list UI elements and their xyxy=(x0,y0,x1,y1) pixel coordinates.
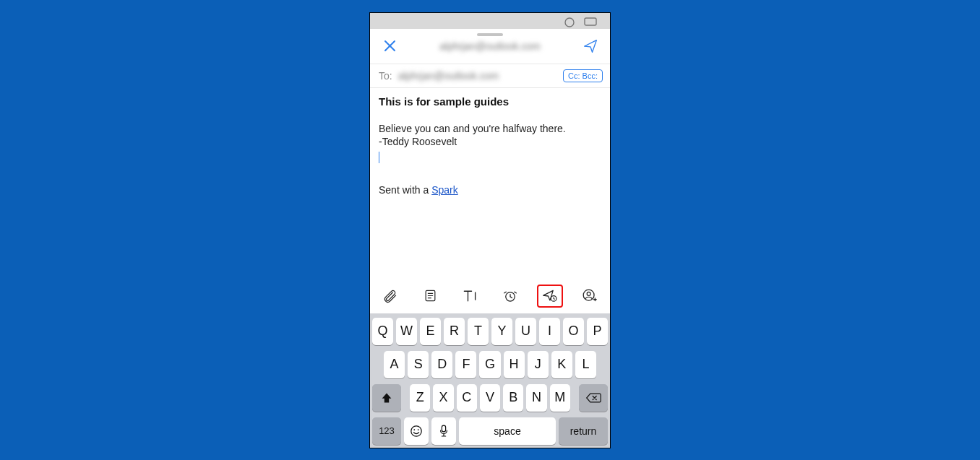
send-later-icon[interactable] xyxy=(537,285,563,308)
key-x[interactable]: X xyxy=(433,384,453,412)
numbers-key[interactable]: 123 xyxy=(372,417,401,445)
phone-frame: alphrjan@outlook.com To: alphrjan@outloo… xyxy=(369,12,611,448)
key-p[interactable]: P xyxy=(587,318,608,345)
key-v[interactable]: V xyxy=(480,384,500,412)
from-account[interactable]: alphrjan@outlook.com xyxy=(439,40,541,52)
attachment-icon[interactable] xyxy=(377,285,403,308)
svg-point-7 xyxy=(411,425,421,435)
key-e[interactable]: E xyxy=(420,318,441,345)
status-bar xyxy=(370,13,610,29)
emoji-key[interactable] xyxy=(404,417,429,445)
svg-point-5 xyxy=(584,290,595,300)
key-m[interactable]: M xyxy=(550,384,570,412)
key-l[interactable]: L xyxy=(575,351,596,378)
to-value[interactable]: alphrjan@outlook.com xyxy=(398,70,499,82)
return-key[interactable]: return xyxy=(559,417,608,445)
to-row[interactable]: To: alphrjan@outlook.com Cc: Bcc: xyxy=(370,64,610,87)
key-r[interactable]: R xyxy=(444,318,465,345)
key-b[interactable]: B xyxy=(503,384,523,412)
text-format-icon[interactable] xyxy=(457,285,483,308)
key-z[interactable]: Z xyxy=(410,384,430,412)
svg-point-8 xyxy=(413,429,415,430)
status-circle-icon xyxy=(564,17,575,28)
key-c[interactable]: C xyxy=(457,384,477,412)
key-f[interactable]: F xyxy=(455,351,476,378)
body-line1: Believe you can and you're halfway there… xyxy=(379,122,601,136)
reminder-icon[interactable] xyxy=(497,285,523,308)
key-j[interactable]: J xyxy=(528,351,549,378)
key-o[interactable]: O xyxy=(563,318,584,345)
close-button[interactable] xyxy=(377,34,402,58)
key-y[interactable]: Y xyxy=(491,318,512,345)
key-n[interactable]: N xyxy=(526,384,546,412)
key-k[interactable]: K xyxy=(551,351,572,378)
svg-rect-10 xyxy=(442,425,445,432)
key-q[interactable]: Q xyxy=(372,318,393,345)
send-button[interactable] xyxy=(578,34,603,58)
svg-rect-1 xyxy=(585,18,596,25)
text-cursor xyxy=(379,152,379,163)
svg-point-0 xyxy=(565,18,574,27)
body-line2: -Teddy Roosevelt xyxy=(379,135,601,149)
subject-field[interactable]: This is for sample guides xyxy=(370,88,610,112)
key-u[interactable]: U xyxy=(515,318,536,345)
signature: Sent with a Spark xyxy=(379,183,601,197)
key-i[interactable]: I xyxy=(539,318,560,345)
key-w[interactable]: W xyxy=(396,318,417,345)
spark-link[interactable]: Spark xyxy=(431,184,458,196)
template-icon[interactable] xyxy=(417,285,443,308)
key-g[interactable]: G xyxy=(479,351,500,378)
svg-point-6 xyxy=(588,292,591,295)
key-t[interactable]: T xyxy=(468,318,489,345)
sheet-grabber[interactable] xyxy=(477,33,503,36)
key-h[interactable]: H xyxy=(504,351,525,378)
key-d[interactable]: D xyxy=(431,351,452,378)
add-person-icon[interactable] xyxy=(577,285,603,308)
to-label: To: xyxy=(379,70,392,82)
cc-bcc-button[interactable]: Cc: Bcc: xyxy=(563,69,603,82)
shift-key[interactable] xyxy=(372,384,401,412)
sig-prefix: Sent with a xyxy=(379,184,431,196)
keyboard-row-4: 123 space return xyxy=(372,417,608,445)
email-body[interactable]: Believe you can and you're halfway there… xyxy=(370,112,610,280)
mic-key[interactable] xyxy=(431,417,456,445)
status-rect-icon xyxy=(584,17,597,27)
keyboard: Q W E R T Y U I O P A S D F G H J K L xyxy=(370,313,610,448)
keyboard-row-2: A S D F G H J K L xyxy=(372,351,608,378)
backspace-key[interactable] xyxy=(579,384,608,412)
keyboard-row-1: Q W E R T Y U I O P xyxy=(372,318,608,345)
space-key[interactable]: space xyxy=(459,417,556,445)
svg-point-9 xyxy=(418,429,419,430)
keyboard-row-3: Z X C V B N M xyxy=(372,384,608,412)
compose-toolbar xyxy=(370,280,610,313)
key-a[interactable]: A xyxy=(384,351,405,378)
key-s[interactable]: S xyxy=(408,351,429,378)
